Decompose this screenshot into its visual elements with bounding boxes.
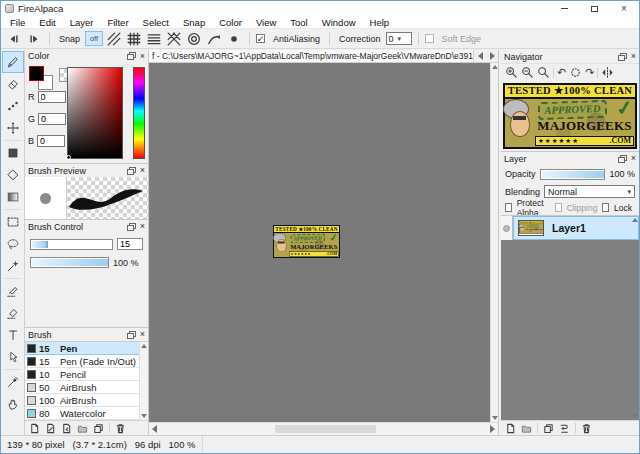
brush-size-input[interactable] <box>117 238 143 250</box>
menu-edit[interactable]: Edit <box>32 17 62 28</box>
zoom-reset-icon[interactable] <box>537 66 550 79</box>
flip-horizontal-icon[interactable] <box>601 66 614 79</box>
scroll-up-icon[interactable] <box>141 344 147 348</box>
scroll-down-icon[interactable] <box>492 416 498 420</box>
tool-select-pen[interactable] <box>2 280 24 302</box>
menu-file[interactable]: File <box>3 17 32 28</box>
tool-gradient[interactable] <box>2 186 24 208</box>
tool-dot[interactable] <box>2 95 24 117</box>
tab-scroll-left-icon[interactable] <box>478 52 483 60</box>
protect-alpha-checkbox[interactable] <box>505 203 512 212</box>
nav-next-button[interactable] <box>25 31 43 46</box>
brush-folder-icon[interactable] <box>77 423 88 434</box>
tool-lasso[interactable] <box>2 233 24 255</box>
brush-size-slider[interactable] <box>30 239 113 250</box>
duplicate-layer-icon[interactable] <box>543 423 554 434</box>
close-icon[interactable]: × <box>140 222 145 231</box>
rotate-ccw-icon[interactable]: ↶ <box>557 67 566 78</box>
scroll-up-icon[interactable] <box>632 218 638 222</box>
snap-off-button[interactable]: off <box>85 31 103 46</box>
tool-magic-wand[interactable] <box>2 255 24 277</box>
snap-radial-button[interactable] <box>185 31 203 46</box>
soft-edge-checkbox[interactable] <box>425 34 434 43</box>
snap-parallel-button[interactable] <box>105 31 123 46</box>
tool-hand[interactable] <box>2 393 24 415</box>
dock-icon[interactable] <box>127 167 136 175</box>
script-brush-icon[interactable] <box>61 423 72 434</box>
scroll-up-icon[interactable] <box>492 65 498 69</box>
canvas-vertical-scrollbar[interactable] <box>490 63 498 422</box>
dock-icon[interactable] <box>127 52 136 60</box>
tool-eraser[interactable] <box>2 73 24 95</box>
edit-brush-icon[interactable] <box>45 423 56 434</box>
snap-crisscross-button[interactable] <box>125 31 143 46</box>
dock-icon[interactable] <box>127 331 136 339</box>
delete-brush-icon[interactable] <box>115 423 126 434</box>
canvas[interactable]: TESTED ★100% CLEAN APPROVED ✓ MAJORGEEKS… <box>149 63 498 422</box>
brush-item[interactable]: 15 Pen (Fade In/Out) <box>25 355 148 368</box>
scrollbar-thumb[interactable] <box>275 425 376 433</box>
maximize-button[interactable] <box>579 1 609 16</box>
close-icon[interactable]: × <box>631 52 636 61</box>
dock-icon[interactable] <box>127 223 136 231</box>
g-input[interactable] <box>38 113 66 125</box>
dock-icon[interactable] <box>618 155 627 163</box>
zoom-in-icon[interactable] <box>505 66 518 79</box>
clipping-checkbox[interactable] <box>555 203 562 212</box>
nav-prev-button[interactable] <box>5 31 23 46</box>
zoom-out-icon[interactable] <box>521 66 534 79</box>
menu-view[interactable]: View <box>249 17 283 28</box>
tool-pen[interactable] <box>2 51 24 73</box>
close-icon[interactable]: × <box>140 330 145 339</box>
tool-text[interactable] <box>2 324 24 346</box>
menu-filter[interactable]: Filter <box>100 17 135 28</box>
dock-icon[interactable] <box>618 53 627 61</box>
layer-visibility-cell[interactable] <box>501 216 513 240</box>
tool-select-eraser[interactable] <box>2 302 24 324</box>
tab-scroll-right-icon[interactable] <box>490 52 495 60</box>
antialiasing-checkbox[interactable]: ✓ <box>256 34 265 43</box>
blending-dropdown[interactable]: Normal ▾ <box>544 185 635 198</box>
correction-dropdown[interactable]: 0 ▾ <box>386 32 412 45</box>
close-icon[interactable]: × <box>140 166 145 175</box>
merge-down-icon[interactable] <box>559 423 570 434</box>
snap-vanishing-button[interactable] <box>205 31 223 46</box>
rotate-reset-icon[interactable] <box>569 66 582 79</box>
layer-row[interactable]: TESTED ★100% CLEAN APPROVED MAJORGEEKS L… <box>501 216 639 240</box>
menu-tool[interactable]: Tool <box>283 17 314 28</box>
tool-select-rect[interactable] <box>2 211 24 233</box>
tool-bucket[interactable] <box>2 164 24 186</box>
close-icon[interactable]: × <box>631 154 636 163</box>
delete-layer-icon[interactable] <box>581 423 592 434</box>
lock-checkbox[interactable] <box>602 203 609 212</box>
add-brush-icon[interactable] <box>29 423 40 434</box>
tool-fill[interactable] <box>2 142 24 164</box>
menu-color[interactable]: Color <box>212 17 249 28</box>
menu-help[interactable]: Help <box>363 17 397 28</box>
document-tab[interactable]: f - C:\Users\MAJORG~1\AppData\Local\Temp… <box>149 50 474 62</box>
brush-item[interactable]: 50 AirBrush <box>25 381 148 394</box>
menu-select[interactable]: Select <box>136 17 176 28</box>
brush-item[interactable]: 15 Pen <box>25 342 148 355</box>
r-input[interactable] <box>38 91 66 103</box>
scroll-left-icon[interactable] <box>152 425 157 433</box>
rotate-cw-icon[interactable]: ↷ <box>585 67 594 78</box>
scroll-down-icon[interactable] <box>632 414 638 418</box>
duplicate-brush-icon[interactable] <box>93 423 104 434</box>
brush-list-scrollbar[interactable] <box>139 342 148 420</box>
add-layer-icon[interactable] <box>505 423 516 434</box>
saturation-value-picker[interactable] <box>67 67 123 159</box>
foreground-color-swatch[interactable] <box>29 66 44 81</box>
brush-opacity-slider[interactable] <box>30 257 109 268</box>
b-input[interactable] <box>37 135 65 147</box>
brush-item[interactable]: 10 Pencil <box>25 368 148 381</box>
scroll-right-icon[interactable] <box>490 425 495 433</box>
layer-folder-icon[interactable] <box>521 423 532 434</box>
tool-operation[interactable] <box>2 346 24 368</box>
snap-dot-button[interactable] <box>225 31 243 46</box>
menu-window[interactable]: Window <box>315 17 363 28</box>
brush-item[interactable]: 100 AirBrush <box>25 394 148 407</box>
hue-slider[interactable] <box>133 67 145 159</box>
tool-eyedropper[interactable] <box>2 371 24 393</box>
tool-move[interactable] <box>2 117 24 139</box>
